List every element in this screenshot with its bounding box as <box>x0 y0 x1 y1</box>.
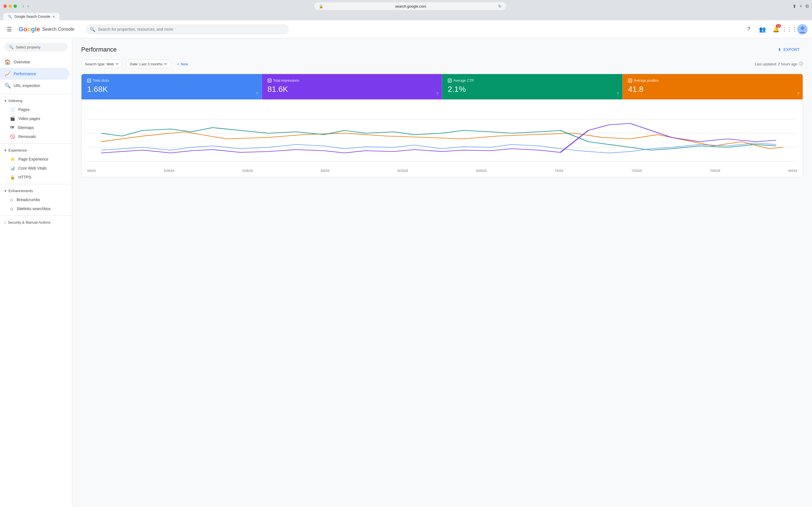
share-icon[interactable]: ⬆ <box>793 4 796 9</box>
url-display[interactable]: search.google.com <box>326 4 496 8</box>
home-icon: 🏠 <box>4 59 10 65</box>
help-icon-position[interactable]: ? <box>797 92 799 96</box>
tab-close-icon[interactable]: ✕ <box>52 15 55 18</box>
sidebar-item-label: URL inspection <box>13 83 40 88</box>
close-button[interactable] <box>3 4 7 8</box>
minimize-button[interactable] <box>8 4 12 8</box>
sidebar-divider <box>0 94 72 94</box>
enhancements-section-header[interactable]: ▾ Enhancements <box>0 186 72 195</box>
trending-up-icon: 📈 <box>4 71 10 77</box>
sidebar-item-video-pages[interactable]: 🎬 Video pages <box>0 114 70 123</box>
property-icon: 🔍 <box>9 45 13 49</box>
edit-icon: ✏ <box>116 62 119 66</box>
sidebar-item-page-experience[interactable]: ⭐ Page Experience <box>0 155 70 164</box>
svg-point-1 <box>801 26 804 30</box>
chart-area: 5/6/24 5/16/24 5/26/24 6/5/24 6/15/24 6/… <box>82 100 803 177</box>
topbar-actions: ? 👥 🔔 14 ⋮⋮⋮ <box>743 24 808 35</box>
sidebar-item-label: Overview <box>13 60 30 64</box>
add-filter-button[interactable]: + New <box>174 60 190 68</box>
metrics-cards: ✓ Total clicks 1.68K ? ✓ Total impressio… <box>82 74 803 100</box>
apps-button[interactable]: ⋮⋮⋮ <box>784 24 795 35</box>
sidebar-item-overview[interactable]: 🏠 Overview <box>0 56 70 68</box>
help-icon-ctr[interactable]: ? <box>617 92 619 96</box>
security-section-header[interactable]: › Security & Manual Actions <box>0 218 72 227</box>
date-label-6: 6/25/24 <box>476 169 487 172</box>
download-icon: ⬇ <box>778 47 781 52</box>
date-filter[interactable]: Date: Last 3 months ✏ <box>126 60 171 68</box>
forward-button[interactable]: › <box>26 3 30 9</box>
sidebar-item-pages[interactable]: 📄 Pages <box>0 105 70 114</box>
checkbox-position: ✓ <box>628 78 632 82</box>
sidebar-item-label: Performance <box>13 71 36 76</box>
chart-date-labels: 5/6/24 5/16/24 5/26/24 6/5/24 6/15/24 6/… <box>87 169 797 172</box>
search-icon: 🔍 <box>90 26 95 32</box>
property-selector-container: 🔍 Select property <box>0 41 72 54</box>
property-text: Select property <box>16 45 40 49</box>
app-logo: Google Search Console <box>18 25 74 33</box>
date-label-1: 5/6/24 <box>87 169 96 172</box>
menu-icon[interactable]: ☰ <box>4 24 14 35</box>
tab-title: Google Search Console <box>14 15 50 18</box>
date-label: Date: Last 3 months <box>130 62 162 66</box>
metric-card-clicks[interactable]: ✓ Total clicks 1.68K ? <box>82 74 262 100</box>
sidebar-item-url-inspection[interactable]: 🔍 URL inspection <box>0 80 70 92</box>
metric-value-impressions: 81.6K <box>267 85 437 94</box>
sidebar-item-https[interactable]: 🔒 HTTPS <box>0 173 70 182</box>
sidebar-item-sitemaps[interactable]: 🗺 Sitemaps <box>0 123 70 132</box>
checkbox-clicks: ✓ <box>87 78 91 82</box>
metric-value-clicks: 1.68K <box>87 85 256 94</box>
date-label-10: 8/4/24 <box>788 169 797 172</box>
section-label: Experience <box>8 148 27 152</box>
last-updated-text: Last updated: 2 hours ago <box>755 62 797 66</box>
sidebar-item-core-web-vitals[interactable]: 📊 Core Web Vitals <box>0 164 70 173</box>
help-icon-impressions[interactable]: ? <box>436 92 439 96</box>
sidebar-sub-item-label: Video pages <box>18 116 40 121</box>
checkbox-ctr: ✓ <box>448 78 452 82</box>
metric-card-ctr[interactable]: ✓ Average CTR 2.1% ? <box>442 74 622 100</box>
help-icon-small[interactable]: ⓘ <box>799 61 803 66</box>
user-avatar[interactable] <box>797 24 808 34</box>
tabs-icon[interactable]: ⧉ <box>806 4 809 9</box>
date-label-9: 7/25/24 <box>710 169 720 172</box>
reload-icon[interactable]: ↻ <box>498 4 502 8</box>
date-label-4: 6/5/24 <box>321 169 329 172</box>
apps-icon: ⋮⋮⋮ <box>782 26 797 33</box>
sidebar-item-breadcrumbs[interactable]: ◇ Breadcrumbs <box>0 195 70 204</box>
search-type-filter[interactable]: Search type: Web ✏ <box>81 60 123 68</box>
date-label-8: 7/15/24 <box>631 169 642 172</box>
main-layout: 🔍 Select property 🏠 Overview 📈 Performan… <box>0 38 812 507</box>
pages-icon: 📄 <box>10 107 15 112</box>
new-tab-icon[interactable]: + <box>800 4 802 9</box>
search-input[interactable] <box>86 24 289 34</box>
back-button[interactable]: ‹ <box>21 3 25 9</box>
sidebar-sub-item-label: Page Experience <box>18 157 49 161</box>
metric-label-ctr: ✓ Average CTR <box>448 78 617 82</box>
notifications-button[interactable]: 🔔 14 <box>770 24 781 35</box>
page-title: Performance <box>81 46 117 53</box>
active-tab[interactable]: 🔍 Google Search Console ✕ <box>3 13 59 20</box>
metric-label-position: ✓ Average position <box>628 78 797 82</box>
experience-section-header[interactable]: ▾ Experience <box>0 146 72 155</box>
traffic-lights <box>3 4 17 8</box>
maximize-button[interactable] <box>13 4 17 8</box>
sidebar-sub-item-label: Breadcrumbs <box>17 198 40 202</box>
sidebar-item-performance[interactable]: 📈 Performance <box>0 68 70 80</box>
metric-card-position[interactable]: ✓ Average position 41.8 ? <box>622 74 803 100</box>
export-button[interactable]: ⬇ EXPORT <box>774 45 803 54</box>
export-label: EXPORT <box>783 47 800 52</box>
people-icon: 👥 <box>759 26 766 33</box>
help-button[interactable]: ? <box>743 24 755 35</box>
sidebar-sub-item-label: Core Web Vitals <box>18 166 47 170</box>
people-button[interactable]: 👥 <box>757 24 768 35</box>
new-label: New <box>181 62 188 66</box>
property-selector[interactable]: 🔍 Select property <box>4 43 67 52</box>
metric-card-impressions[interactable]: ✓ Total impressions 81.6K ? <box>262 74 442 100</box>
sidebar-item-sitelinks-searchbox[interactable]: ◇ Sitelinks searchbox <box>0 204 70 213</box>
checkbox-impressions: ✓ <box>267 78 271 82</box>
indexing-section-header[interactable]: ▾ Indexing <box>0 96 72 105</box>
sidebar-item-removals[interactable]: 🚫 Removals <box>0 132 70 141</box>
help-icon-clicks[interactable]: ? <box>256 92 258 96</box>
chevron-right-icon: › <box>4 221 6 224</box>
chevron-down-icon-3: ▾ <box>4 189 6 193</box>
breadcrumb-icon: ◇ <box>10 198 13 202</box>
